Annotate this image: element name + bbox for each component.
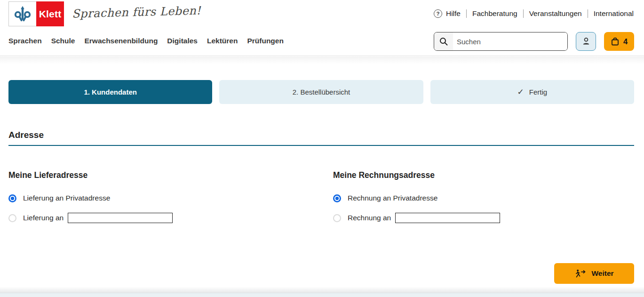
delivery-other-label[interactable]: Lieferung an — [23, 214, 64, 222]
billing-private-radio[interactable] — [333, 194, 341, 202]
page-title: Adresse — [8, 130, 634, 146]
billing-address-section: Meine Rechnungsadresse Rechnung an Priva… — [333, 170, 634, 232]
billing-private-label[interactable]: Rechnung an Privatadresse — [348, 194, 437, 202]
step-kundendaten[interactable]: 1. Kundendaten — [8, 80, 212, 104]
delivery-other-row: Lieferung an — [8, 212, 333, 224]
help-label: Hilfe — [446, 9, 461, 18]
step-bestelluebersicht[interactable]: 2. Bestellübersicht — [219, 80, 423, 104]
check-icon: ✓ — [517, 87, 524, 97]
brand-tagline: Sprachen fürs Leben! — [72, 4, 201, 20]
billing-other-input[interactable] — [395, 213, 500, 223]
footer-strip — [0, 293, 644, 297]
billing-title: Meine Rechnungsadresse — [333, 170, 634, 180]
nav-item-digitales[interactable]: Digitales — [167, 37, 198, 45]
address-columns: Meine Lieferadresse Lieferung an Privata… — [8, 170, 634, 232]
billing-other-radio[interactable] — [333, 214, 341, 222]
utility-nav: ? Hilfe Fachberatung Veranstaltungen Int… — [434, 9, 634, 18]
footer-shadow — [0, 287, 644, 293]
main-nav: Sprachen Schule Erwachsenenbildung Digit… — [8, 37, 284, 45]
billing-other-row: Rechnung an — [333, 212, 634, 224]
delivery-other-radio[interactable] — [8, 214, 16, 222]
checkout-page: 1. Kundendaten 2. Bestellübersicht ✓ Fer… — [0, 80, 644, 284]
delivery-title: Meine Lieferadresse — [8, 170, 333, 180]
account-button[interactable] — [576, 32, 596, 51]
site-header: Klett Sprachen fürs Leben! ? Hilfe Fachb… — [0, 0, 644, 56]
cart-count: 4 — [623, 37, 628, 46]
header-shadow — [0, 56, 644, 64]
search-button[interactable] — [434, 32, 453, 50]
klett-symbol-icon — [8, 1, 36, 26]
klett-wordmark: Klett — [36, 1, 64, 26]
nav-item-sprachen[interactable]: Sprachen — [8, 37, 42, 45]
walk-forward-icon — [574, 269, 586, 278]
billing-other-label[interactable]: Rechnung an — [348, 214, 391, 222]
delivery-private-label[interactable]: Lieferung an Privatadresse — [23, 194, 110, 202]
klett-logo[interactable]: Klett — [8, 1, 64, 26]
cart-button[interactable]: 4 — [604, 32, 634, 51]
next-row: Weiter — [8, 263, 634, 284]
search-input[interactable] — [453, 32, 567, 50]
nav-item-schule[interactable]: Schule — [51, 37, 75, 45]
delivery-address-section: Meine Lieferadresse Lieferung an Privata… — [8, 170, 333, 232]
step-fertig[interactable]: ✓ Fertig — [430, 80, 634, 104]
help-icon: ? — [434, 9, 442, 18]
nav-item-pruefungen[interactable]: Prüfungen — [247, 37, 284, 45]
help-link[interactable]: ? Hilfe — [434, 9, 461, 18]
weiter-button[interactable]: Weiter — [554, 263, 634, 284]
search-box — [434, 32, 568, 51]
fachberatung-link[interactable]: Fachberatung — [466, 9, 517, 18]
delivery-private-radio[interactable] — [8, 194, 16, 202]
veranstaltungen-link[interactable]: Veranstaltungen — [523, 9, 582, 18]
nav-item-erwachsenenbildung[interactable]: Erwachsenenbildung — [84, 37, 158, 45]
delivery-other-input[interactable] — [68, 213, 173, 223]
search-icon — [439, 37, 448, 46]
shopping-bag-icon — [611, 37, 620, 46]
nav-item-lektueren[interactable]: Lektüren — [207, 37, 238, 45]
header-tools: 4 — [434, 32, 634, 51]
billing-private-row: Rechnung an Privatadresse — [333, 193, 634, 204]
checkout-steps: 1. Kundendaten 2. Bestellübersicht ✓ Fer… — [8, 80, 634, 104]
international-link[interactable]: International — [588, 9, 634, 18]
delivery-private-row: Lieferung an Privatadresse — [8, 193, 333, 204]
user-icon — [581, 36, 591, 47]
